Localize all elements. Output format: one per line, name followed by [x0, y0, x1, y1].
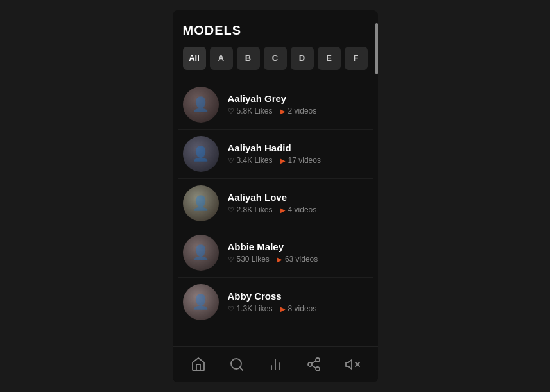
content-area: MODELS All A B C D E F 👤Aaliyah Grey♡ 5.… — [173, 10, 378, 346]
model-list-item[interactable]: 👤Abby lee Brazil — [178, 327, 373, 333]
avatar-face: 👤 — [183, 284, 219, 320]
avatar-face: 👤 — [183, 87, 219, 123]
filter-btn-a[interactable]: A — [210, 47, 233, 70]
model-name: Aaliyah Grey — [228, 93, 317, 104]
scroll-indicator — [375, 10, 378, 382]
model-stats: ♡ 2.8K Likes▶ 4 videos — [228, 205, 317, 214]
avatar-face: 👤 — [183, 185, 219, 221]
svg-line-8 — [311, 366, 316, 368]
model-list-item[interactable]: 👤Aaliyah Love♡ 2.8K Likes▶ 4 videos — [178, 179, 373, 228]
model-stats: ♡ 530 Likes▶ 63 videos — [228, 255, 318, 264]
model-name: Aaliyah Love — [228, 192, 317, 203]
svg-marker-10 — [346, 360, 352, 369]
page-title: MODELS — [173, 10, 378, 47]
svg-line-1 — [239, 368, 242, 370]
filter-btn-c[interactable]: C — [264, 47, 287, 70]
model-likes: ♡ 2.8K Likes — [228, 205, 273, 214]
filter-btn-all[interactable]: All — [183, 47, 206, 70]
filter-btn-e[interactable]: E — [318, 47, 341, 70]
model-likes: ♡ 1.3K Likes — [228, 304, 273, 313]
play-icon: ▶ — [280, 108, 286, 115]
avatar-face: 👤 — [183, 136, 219, 172]
volume-mute-icon — [345, 357, 360, 372]
heart-icon: ♡ — [228, 107, 234, 115]
model-likes: ♡ 530 Likes — [228, 255, 270, 264]
model-avatar: 👤 — [183, 87, 219, 123]
scroll-thumb — [375, 23, 378, 74]
phone-container: MODELS All A B C D E F 👤Aaliyah Grey♡ 5.… — [173, 10, 378, 382]
home-icon — [191, 357, 206, 372]
filter-btn-b[interactable]: B — [237, 47, 260, 70]
model-list-item[interactable]: 👤Aaliyah Grey♡ 5.8K Likes▶ 2 videos — [178, 80, 373, 130]
model-avatar: 👤 — [183, 235, 219, 271]
svg-line-9 — [311, 361, 316, 364]
model-info: Aaliyah Love♡ 2.8K Likes▶ 4 videos — [228, 192, 317, 214]
model-avatar: 👤 — [183, 284, 219, 320]
play-icon: ▶ — [280, 305, 286, 312]
nav-home[interactable] — [183, 353, 214, 376]
model-videos: ▶ 63 videos — [277, 255, 318, 264]
heart-icon: ♡ — [228, 255, 234, 264]
model-list-item[interactable]: 👤Abbie Maley♡ 530 Likes▶ 63 videos — [178, 228, 373, 278]
model-likes: ♡ 3.4K Likes — [228, 156, 273, 165]
play-icon: ▶ — [280, 207, 286, 214]
model-name: Aaliyah Hadid — [228, 142, 321, 153]
model-stats: ♡ 1.3K Likes▶ 8 videos — [228, 304, 317, 313]
model-name: Abby Cross — [228, 291, 317, 302]
bottom-nav — [173, 346, 378, 382]
model-stats: ♡ 5.8K Likes▶ 2 videos — [228, 107, 317, 115]
model-videos: ▶ 4 videos — [280, 205, 317, 214]
alphabet-filter: All A B C D E F — [173, 47, 378, 80]
share-icon — [306, 357, 322, 372]
model-list-item[interactable]: 👤Aaliyah Hadid♡ 3.4K Likes▶ 17 videos — [178, 130, 373, 179]
play-icon: ▶ — [277, 256, 282, 263]
model-info: Abby Cross♡ 1.3K Likes▶ 8 videos — [228, 291, 317, 313]
model-videos: ▶ 2 videos — [280, 107, 317, 115]
heart-icon: ♡ — [228, 305, 234, 313]
heart-icon: ♡ — [228, 206, 234, 214]
model-info: Aaliyah Hadid♡ 3.4K Likes▶ 17 videos — [228, 142, 321, 165]
nav-share[interactable] — [298, 353, 329, 376]
model-name: Abbie Maley — [228, 241, 318, 252]
model-likes: ♡ 5.8K Likes — [228, 107, 273, 115]
model-avatar: 👤 — [183, 185, 219, 221]
model-avatar: 👤 — [183, 136, 219, 172]
model-videos: ▶ 17 videos — [280, 156, 321, 165]
model-list-item[interactable]: 👤Abby Cross♡ 1.3K Likes▶ 8 videos — [178, 278, 373, 327]
model-info: Abbie Maley♡ 530 Likes▶ 63 videos — [228, 241, 318, 264]
model-stats: ♡ 3.4K Likes▶ 17 videos — [228, 156, 321, 165]
filter-btn-f[interactable]: F — [345, 47, 368, 70]
model-videos: ▶ 8 videos — [280, 304, 317, 313]
filter-btn-d[interactable]: D — [291, 47, 314, 70]
nav-chart[interactable] — [260, 353, 291, 376]
search-icon — [229, 357, 245, 372]
avatar-face: 👤 — [183, 235, 219, 271]
chart-icon — [268, 357, 283, 372]
models-list: 👤Aaliyah Grey♡ 5.8K Likes▶ 2 videos👤Aali… — [173, 80, 378, 333]
model-info: Aaliyah Grey♡ 5.8K Likes▶ 2 videos — [228, 93, 317, 115]
nav-search[interactable] — [221, 353, 252, 376]
nav-volume-mute[interactable] — [337, 353, 368, 376]
play-icon: ▶ — [280, 157, 286, 164]
heart-icon: ♡ — [228, 157, 234, 165]
